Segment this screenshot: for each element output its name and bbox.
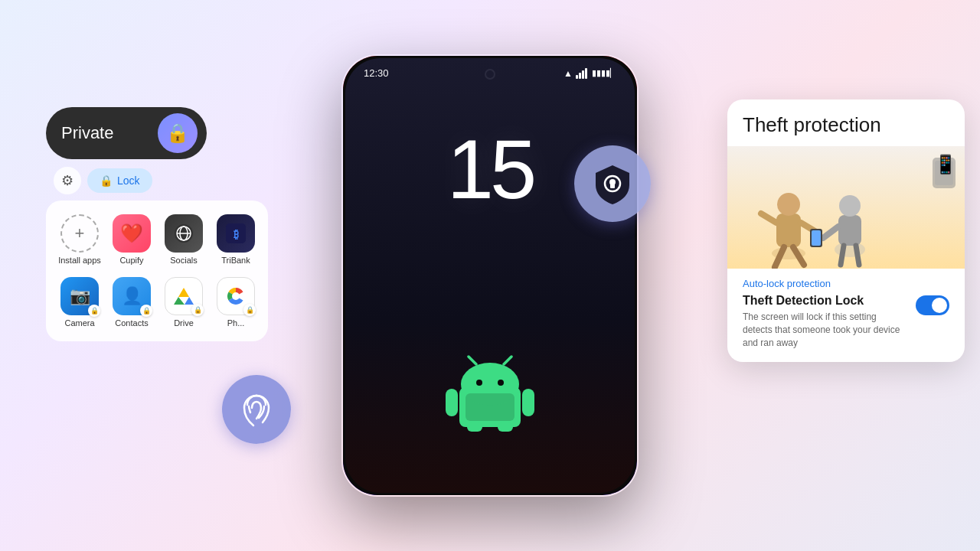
phone-date-number: 15 [447,127,533,211]
toolbar-row: ⚙ 🔒 Lock [46,167,268,194]
drive-lock-badge: 🔒 [191,304,204,316]
app-label-camera: Camera [64,318,94,328]
settings-icon[interactable]: ⚙ [54,167,81,194]
theft-protection-card: Theft protection [727,99,965,362]
app-grid: + Install apps ❤️ Cupify Socials [46,201,268,341]
contacts-lock-badge: 🔒 [140,305,152,317]
app-item-tribank[interactable]: ₿ TriBank [211,210,260,269]
app-label-cupify: Cupify [119,256,143,265]
theft-illustration: 📱 [727,146,965,269]
svg-rect-29 [838,215,861,246]
lock-icon: 🔒 [100,174,113,187]
app-icon-contacts: 👤 🔒 [113,277,151,315]
app-label-install: Install apps [58,256,101,265]
phone-frame: 12:30 ▲ ▮▮▮▮▏ 15 [341,54,639,497]
phone-badge-icon: 📱 [934,154,957,175]
camera-lock-badge: 🔒 [88,305,100,317]
private-label: Private [61,123,113,143]
app-icon-camera: 📷 🔒 [60,277,99,315]
theft-scene-svg [727,146,965,269]
signal-icon [576,68,587,79]
battery-icon: ▮▮▮▮▏ [592,68,616,78]
svg-point-3 [498,380,504,386]
private-lock-icon: 🔒 [158,113,198,153]
app-item-cupify[interactable]: ❤️ Cupify [107,210,156,269]
app-item-contacts[interactable]: 👤 🔒 Contacts [107,272,156,332]
svg-marker-18 [178,288,189,297]
wifi-icon: ▲ [564,68,573,79]
app-item-install[interactable]: + Install apps [55,210,104,269]
app-item-camera[interactable]: 📷 🔒 Camera [55,272,104,332]
app-item-socials[interactable]: Socials [159,210,208,269]
svg-rect-7 [522,389,534,416]
theft-protection-title: Theft protection [743,113,949,137]
app-icon-cupify: ❤️ [113,214,151,253]
svg-line-4 [469,357,476,364]
toggle-knob [932,298,947,313]
svg-point-21 [232,292,240,300]
theft-card-header: Theft protection [727,99,965,137]
theft-card-body: Auto-lock protection Theft Detection Loc… [727,269,965,361]
phone-notch [485,69,495,80]
svg-rect-35 [776,214,801,247]
photos-lock-badge: 🔒 [243,304,256,316]
svg-line-32 [841,246,844,265]
app-item-photos[interactable]: 🔒 Ph... [211,272,260,332]
app-icon-socials [165,214,203,253]
svg-rect-6 [446,389,458,416]
svg-marker-19 [174,297,185,305]
svg-marker-20 [185,297,194,305]
theft-detection-info: Theft Detection Lock The screen will loc… [743,294,906,349]
auto-lock-label: Auto-lock protection [743,278,949,289]
svg-point-2 [476,380,482,386]
theft-detection-title: Theft Detection Lock [743,294,906,308]
theft-detection-desc: The screen will lock if this setting det… [743,311,906,349]
lock-button[interactable]: 🔒 Lock [87,168,152,193]
shield-bubble [574,145,651,222]
phone-screen: 12:30 ▲ ▮▮▮▮▏ 15 [345,58,635,493]
private-badge: Private 🔒 [46,107,207,159]
app-icon-drive: 🔒 [165,277,203,315]
android-mascot [444,355,536,432]
install-icon: + [60,214,99,253]
phone-mockup: 12:30 ▲ ▮▮▮▮▏ 15 [341,54,639,497]
theft-detection-toggle[interactable] [916,295,949,315]
svg-rect-10 [466,393,514,421]
svg-rect-8 [467,422,482,432]
app-icon-photos: 🔒 [217,277,255,315]
clock-time: 12:30 [364,67,389,79]
status-icons: ▲ ▮▮▮▮▏ [564,68,616,79]
shield-icon [590,161,635,207]
private-space-panel: Private 🔒 ⚙ 🔒 Lock + Install apps ❤️ Cup… [46,107,268,341]
svg-rect-42 [812,230,821,246]
app-label-socials: Socials [170,256,197,265]
app-label-tribank: TriBank [221,256,250,265]
svg-text:₿: ₿ [234,228,239,240]
app-label-contacts: Contacts [115,318,148,328]
lock-button-label: Lock [117,174,140,187]
svg-rect-24 [610,184,615,188]
app-label-photos: Ph... [227,318,245,328]
svg-point-36 [777,193,800,216]
app-item-drive[interactable]: 🔒 Drive [159,272,208,332]
fingerprint-bubble [222,375,291,444]
svg-line-33 [856,246,859,265]
svg-rect-9 [498,422,513,432]
svg-point-30 [839,195,861,217]
svg-line-5 [504,357,511,364]
fingerprint-icon [237,390,276,429]
theft-detection-row: Theft Detection Lock The screen will loc… [743,294,949,349]
app-label-drive: Drive [174,318,194,328]
app-icon-tribank: ₿ [217,214,255,253]
